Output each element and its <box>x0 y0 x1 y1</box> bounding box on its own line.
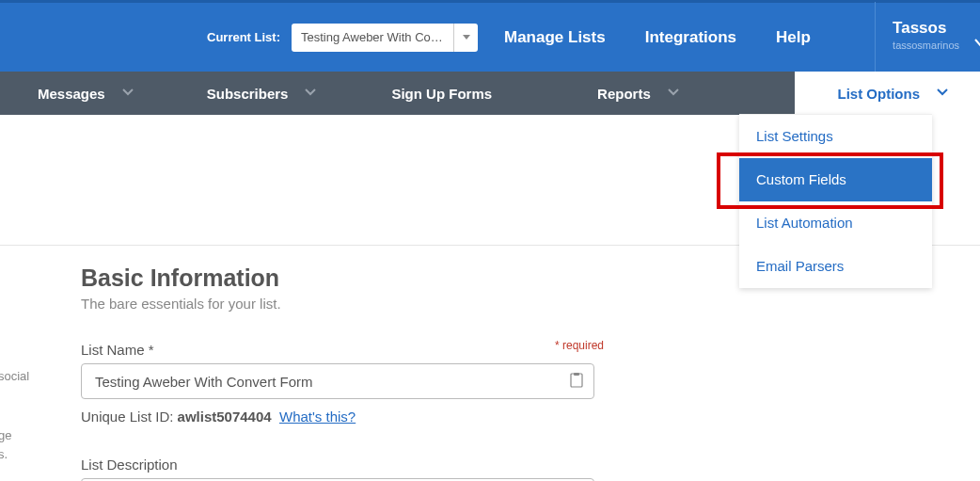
list-name-input[interactable] <box>81 363 594 399</box>
section-subtitle: The bare essentials for your list. <box>81 296 980 312</box>
chevron-down-icon <box>937 88 946 98</box>
topbar-links: Manage Lists Integrations Help <box>504 28 811 47</box>
unique-list-id-row: Unique List ID: awlist5074404 What's thi… <box>81 409 980 425</box>
account-menu[interactable]: Tassos tassosmarinos <box>875 2 980 73</box>
chevron-down-icon <box>668 88 677 98</box>
whats-this-link[interactable]: What's this? <box>279 409 356 425</box>
nav-signup-label: Sign Up Forms <box>391 86 492 102</box>
unique-id-value: awlist5074404 <box>178 409 272 425</box>
list-name-input-wrap <box>81 363 594 399</box>
unique-id-label: Unique List ID: <box>81 409 178 425</box>
main-nav: Messages Subscribers Sign Up Forms Repor… <box>0 72 980 115</box>
list-name-label: List Name * <box>81 342 980 358</box>
current-list-select[interactable]: Testing Aweber With Co… <box>292 24 478 52</box>
dropdown-item-list-automation[interactable]: List Automation <box>739 201 932 245</box>
top-bar: Current List: Testing Aweber With Co… Ma… <box>0 0 980 72</box>
list-options-dropdown: List Settings Custom Fields List Automat… <box>739 114 932 288</box>
nav-subscribers[interactable]: Subscribers <box>158 72 343 115</box>
current-list-label: Current List: <box>207 30 280 44</box>
list-description-label: List Description <box>81 457 980 473</box>
cutoff-text: ge s. <box>0 426 11 463</box>
required-note: * required <box>555 339 604 352</box>
nav-signup-forms[interactable]: Sign Up Forms <box>342 72 548 115</box>
account-username: tassosmarinos <box>893 40 959 51</box>
svg-rect-1 <box>574 373 579 376</box>
nav-list-options-label: List Options <box>838 86 921 102</box>
dropdown-item-email-parsers[interactable]: Email Parsers <box>739 245 932 288</box>
dropdown-item-list-settings[interactable]: List Settings <box>739 115 932 158</box>
chevron-down-icon <box>305 88 314 98</box>
nav-list-options[interactable]: List Options <box>795 72 981 115</box>
nav-help[interactable]: Help <box>776 28 811 47</box>
nav-subscribers-label: Subscribers <box>207 86 289 102</box>
nav-reports[interactable]: Reports <box>548 72 705 115</box>
nav-messages-label: Messages <box>38 86 105 102</box>
nav-manage-lists[interactable]: Manage Lists <box>504 28 606 47</box>
nav-integrations[interactable]: Integrations <box>645 28 736 47</box>
nav-reports-label: Reports <box>597 86 651 102</box>
chevron-down-icon <box>974 36 980 51</box>
chevron-down-icon <box>122 88 132 98</box>
nav-messages[interactable]: Messages <box>0 72 158 115</box>
cutoff-text: social <box>0 367 29 386</box>
clipboard-icon <box>570 373 583 391</box>
caret-down-icon <box>453 24 478 52</box>
dropdown-item-custom-fields[interactable]: Custom Fields <box>739 158 932 201</box>
account-name: Tassos <box>893 19 959 38</box>
svg-rect-0 <box>571 374 582 387</box>
current-list-selected: Testing Aweber With Co… <box>292 30 453 44</box>
